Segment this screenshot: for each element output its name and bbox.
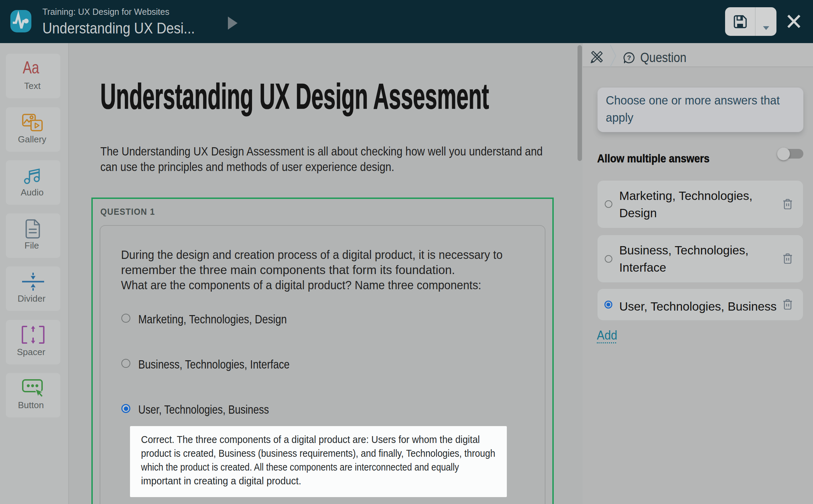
- svg-text:?: ?: [627, 54, 631, 61]
